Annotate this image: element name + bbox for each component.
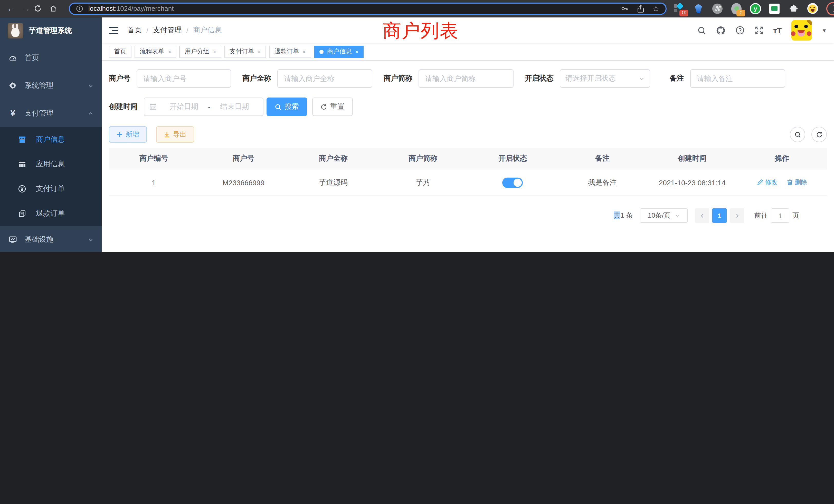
status-label: 开启状态 <box>525 74 554 83</box>
browser-toolbar: ← → localhost:1024/pay/merchant ☆ <box>0 0 834 18</box>
password-key-icon[interactable] <box>620 4 628 13</box>
gear-icon <box>8 82 18 90</box>
sidebar-item-system[interactable]: 系统管理 <box>0 72 102 99</box>
sidebar-item-home[interactable]: 首页 <box>0 44 102 72</box>
github-icon[interactable] <box>716 25 725 35</box>
extension-pin-icon[interactable] <box>693 3 704 14</box>
tab-process-form[interactable]: 流程表单× <box>135 45 176 58</box>
search-icon[interactable] <box>697 26 706 35</box>
close-icon[interactable]: × <box>213 48 216 55</box>
sidebar-item-label: 系统管理 <box>25 81 53 90</box>
goto-suffix: 页 <box>792 211 799 220</box>
date-start-placeholder: 开始日期 <box>161 102 207 111</box>
extension-chat-icon[interactable] <box>769 3 780 14</box>
extension-badge: 10 <box>679 9 688 16</box>
pagination: 共1 条 10条/页 1 前往 页 <box>102 208 834 223</box>
share-icon[interactable] <box>637 4 644 13</box>
font-size-icon[interactable]: тT <box>773 26 782 35</box>
add-button[interactable]: 新增 <box>109 126 147 143</box>
extension-apps-icon[interactable]: 10 <box>674 3 685 14</box>
next-page-button[interactable] <box>730 208 744 223</box>
prev-page-button[interactable] <box>695 208 709 223</box>
tab-merchant-info[interactable]: 商户信息× <box>314 45 364 58</box>
breadcrumb-payment[interactable]: 支付管理 <box>153 26 182 35</box>
reset-button[interactable]: 重置 <box>312 97 353 116</box>
tab-home[interactable]: 首页 <box>109 45 131 58</box>
sidebar-collapse-icon[interactable] <box>109 27 118 34</box>
date-range-picker[interactable]: 开始日期 - 结束日期 <box>144 97 263 116</box>
sidebar-item-label: 首页 <box>25 53 39 63</box>
breadcrumb-current: 商户信息 <box>193 26 222 35</box>
chevron-down-icon <box>675 213 680 218</box>
search-button[interactable]: 搜索 <box>266 97 307 116</box>
sidebar-item-merchant-info[interactable]: 商户信息 <box>0 127 102 152</box>
merchant-no-label: 商户号 <box>109 74 130 83</box>
extension-yudao-icon[interactable]: y <box>750 3 761 14</box>
goto-page-input[interactable] <box>771 208 789 223</box>
sidebar-item-payment[interactable]: ¥ 支付管理 <box>0 99 102 127</box>
page-number-1[interactable]: 1 <box>712 208 727 223</box>
browser-back-icon[interactable]: ← <box>3 4 19 13</box>
grid-icon <box>18 160 27 168</box>
tab-refund-order[interactable]: 退款订单× <box>269 45 311 58</box>
status-select[interactable]: 请选择开启状态 <box>560 69 650 88</box>
dashboard-icon <box>8 54 18 62</box>
site-info-icon[interactable] <box>76 5 83 12</box>
col-full-name: 商户全称 <box>288 148 378 169</box>
toggle-search-button[interactable] <box>790 127 805 142</box>
close-icon[interactable]: × <box>258 48 261 55</box>
sidebar-item-label: 商户信息 <box>36 135 65 144</box>
edit-link[interactable]: 修改 <box>757 178 777 187</box>
export-button[interactable]: 导出 <box>156 126 194 143</box>
browser-home-icon[interactable] <box>49 5 65 12</box>
tab-pay-order[interactable]: 支付订单× <box>224 45 266 58</box>
chevron-down-icon <box>88 83 93 89</box>
sidebar-item-label: 应用信息 <box>36 160 65 169</box>
sidebar-item-refund-order[interactable]: 退款订单 <box>0 201 102 226</box>
browser-reload-icon[interactable] <box>34 5 49 12</box>
active-dot <box>320 49 324 54</box>
breadcrumb-home[interactable]: 首页 <box>127 26 142 35</box>
bookmark-star-icon[interactable]: ☆ <box>653 4 659 13</box>
sidebar-item-app-info[interactable]: 应用信息 <box>0 152 102 177</box>
page-size-select[interactable]: 10条/页 <box>640 208 688 223</box>
create-time-label: 创建时间 <box>109 102 138 111</box>
close-icon[interactable]: × <box>355 48 359 55</box>
delete-link[interactable]: 删除 <box>787 178 807 187</box>
short-name-input[interactable] <box>419 69 513 88</box>
url-host: localhost <box>88 5 115 12</box>
full-name-input[interactable] <box>277 69 372 88</box>
merchant-no-input[interactable] <box>137 69 231 88</box>
sidebar-item-pay-order[interactable]: 支付订单 <box>0 177 102 201</box>
cell-merchant-id: 1 <box>109 169 199 196</box>
sidebar-item-label: 支付管理 <box>25 109 53 118</box>
extension-account-icon[interactable]: 1 <box>731 3 742 14</box>
col-create-time: 创建时间 <box>647 148 737 169</box>
close-icon[interactable]: × <box>303 48 306 55</box>
extension-command-icon[interactable]: ⌘ <box>712 3 723 14</box>
breadcrumb: 首页 / 支付管理 / 商户信息 <box>127 26 222 35</box>
browser-extensions: 10 ⌘ 1 y <box>674 3 818 14</box>
top-navbar: 首页 / 支付管理 / 商户信息 <box>102 18 834 43</box>
address-bar[interactable]: localhost:1024/pay/merchant ☆ <box>69 2 666 15</box>
copy-document-icon <box>18 210 27 217</box>
browser-profile-avatar[interactable] <box>807 3 818 14</box>
status-toggle[interactable] <box>503 177 523 188</box>
refresh-button[interactable] <box>811 127 827 142</box>
browser-forward-icon[interactable]: → <box>19 4 34 13</box>
browser-update-button[interactable]: 更新 <box>826 2 834 15</box>
chevron-up-icon <box>88 111 93 116</box>
sidebar-item-infrastructure[interactable]: 基础设施 <box>0 226 102 252</box>
avatar-caret-icon[interactable]: ▼ <box>822 27 827 33</box>
close-icon[interactable]: × <box>168 48 171 55</box>
fullscreen-icon[interactable] <box>754 26 763 35</box>
sidebar: 芋道管理系统 首页 系统管理 ¥ 支付管理 <box>0 18 102 252</box>
user-avatar[interactable] <box>791 20 812 41</box>
app-logo[interactable]: 芋道管理系统 <box>0 18 102 44</box>
extension-badge: 1 <box>737 9 745 16</box>
tab-user-group[interactable]: 用户分组× <box>179 45 221 58</box>
table-header-row: 商户编号 商户号 商户全称 商户简称 开启状态 备注 创建时间 操作 <box>109 148 827 169</box>
help-icon[interactable] <box>735 26 744 35</box>
remark-input[interactable] <box>690 69 785 88</box>
extensions-puzzle-icon[interactable] <box>788 3 799 14</box>
